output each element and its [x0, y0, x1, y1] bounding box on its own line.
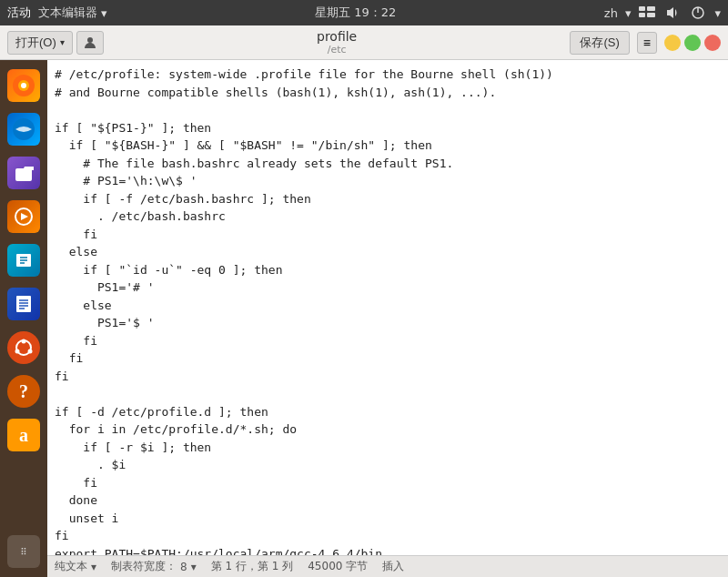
- close-button[interactable]: [704, 35, 721, 51]
- text-type-dropdown[interactable]: ▾: [91, 561, 96, 573]
- lang-arrow[interactable]: ▾: [625, 6, 632, 20]
- svg-rect-3: [647, 13, 655, 17]
- position-item: 第 1 行，第 1 列: [211, 559, 294, 574]
- main-area: ? a ⠿ # /etc/profile: system-wide .profi…: [0, 60, 728, 577]
- activity-label[interactable]: 活动: [7, 5, 31, 21]
- datetime-label: 星期五 19：22: [315, 5, 396, 21]
- title-bar: 打开(O) ▾ profile /etc 保存(S) ≡: [0, 25, 728, 60]
- editor-area: # /etc/profile: system-wide .profile fil…: [47, 60, 728, 577]
- sidebar-item-firefox[interactable]: [4, 66, 44, 106]
- app-name-label: 文本编辑器: [38, 5, 97, 21]
- svg-rect-11: [15, 168, 32, 181]
- sidebar-item-libreoffice-writer[interactable]: [4, 284, 44, 324]
- cursor-position: 第 1 行，第 1 列: [211, 559, 294, 574]
- sidebar-item-ubuntu-software[interactable]: [4, 328, 44, 368]
- svg-point-6: [87, 37, 93, 43]
- maximize-button[interactable]: [684, 35, 701, 51]
- title-filename: profile: [317, 29, 357, 44]
- byte-count-item: 45000 字节: [308, 559, 368, 574]
- text-type-label: 纯文本: [55, 559, 87, 574]
- window-controls: [664, 35, 721, 51]
- svg-rect-18: [16, 296, 31, 312]
- main-window: 打开(O) ▾ profile /etc 保存(S) ≡: [0, 25, 728, 577]
- sidebar: ? a ⠿: [0, 60, 47, 577]
- svg-point-24: [22, 339, 26, 344]
- user-icon-button[interactable]: [76, 31, 104, 55]
- insert-mode-label: 插入: [382, 559, 404, 574]
- hamburger-button[interactable]: ≡: [637, 32, 657, 54]
- title-filepath: /etc: [328, 44, 347, 56]
- network-icon[interactable]: [638, 4, 656, 22]
- tab-width-dropdown[interactable]: ▾: [191, 561, 197, 573]
- system-bar: 活动 文本编辑器 ▾ 星期五 19：22 zh ▾: [0, 0, 728, 25]
- sidebar-item-libreoffice-impress[interactable]: [4, 240, 44, 280]
- tab-width-label: 制表符宽度：: [111, 559, 177, 574]
- svg-point-26: [15, 349, 20, 354]
- insert-mode-item: 插入: [382, 559, 404, 574]
- byte-count: 45000 字节: [308, 559, 368, 574]
- svg-rect-1: [639, 13, 645, 17]
- editor-content[interactable]: # /etc/profile: system-wide .profile fil…: [47, 60, 728, 555]
- app-menu[interactable]: 文本编辑器 ▾: [38, 5, 107, 21]
- sidebar-item-app-grid[interactable]: ⠿: [4, 531, 44, 572]
- tab-width-value: 8: [180, 561, 187, 573]
- svg-point-9: [21, 83, 26, 88]
- open-button-label: 打开(O): [15, 35, 56, 51]
- sidebar-item-help[interactable]: ?: [4, 371, 44, 411]
- sidebar-item-thunderbird[interactable]: [4, 109, 44, 149]
- svg-point-25: [28, 349, 33, 354]
- power-dropdown[interactable]: ▾: [714, 6, 721, 20]
- sidebar-item-files[interactable]: [4, 153, 44, 193]
- volume-icon[interactable]: [663, 4, 682, 22]
- app-menu-arrow[interactable]: ▾: [101, 6, 107, 20]
- sidebar-item-amazon[interactable]: a: [4, 415, 44, 455]
- sidebar-item-rhythmbox[interactable]: [4, 197, 44, 237]
- svg-marker-13: [21, 213, 28, 220]
- power-icon[interactable]: [689, 4, 707, 22]
- minimize-button[interactable]: [664, 35, 681, 51]
- text-type-item: 纯文本 ▾: [55, 559, 96, 574]
- open-dropdown-arrow[interactable]: ▾: [60, 37, 65, 47]
- tab-width-item: 制表符宽度： 8 ▾: [111, 559, 197, 574]
- open-button[interactable]: 打开(O) ▾: [7, 31, 73, 55]
- save-button[interactable]: 保存(S): [570, 31, 629, 55]
- svg-rect-0: [639, 6, 645, 11]
- status-bar: 纯文本 ▾ 制表符宽度： 8 ▾ 第 1 行，第 1 列 45000 字节 插入: [47, 555, 728, 577]
- svg-rect-2: [647, 6, 655, 11]
- lang-label[interactable]: zh: [604, 6, 618, 20]
